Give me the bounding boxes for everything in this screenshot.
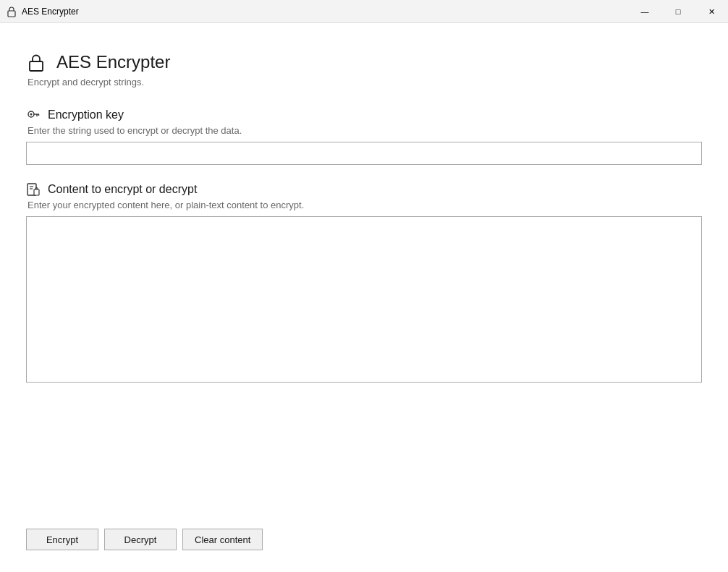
svg-rect-0 [8,11,15,17]
main-content: AES Encrypter Encrypt and decrypt string… [0,23,728,572]
svg-point-3 [30,114,33,116]
svg-rect-8 [34,189,39,195]
button-row: Encrypt Decrypt Clear content [26,529,702,550]
title-bar: AES Encrypter — □ ✕ [0,0,728,23]
title-bar-controls: — □ ✕ [628,0,728,22]
svg-rect-1 [30,61,43,71]
document-lock-icon [26,182,41,197]
close-button[interactable]: ✕ [695,0,728,23]
content-header: Content to encrypt or decrypt [26,182,702,197]
maximize-button[interactable]: □ [661,0,695,23]
content-textarea[interactable] [26,216,702,383]
app-title: AES Encrypter [56,52,170,72]
encryption-key-description: Enter the string used to encrypt or decr… [27,125,702,136]
app-subtitle: Encrypt and decrypt strings. [27,77,702,87]
app-lock-icon [26,52,46,72]
encryption-key-section: Encryption key Enter the string used to … [26,108,702,165]
content-section: Content to encrypt or decrypt Enter your… [26,182,702,503]
encryption-key-title: Encryption key [48,108,124,121]
title-bar-text: AES Encrypter [22,7,79,17]
app-title-icon [6,6,17,17]
key-icon [26,108,41,122]
encryption-key-header: Encryption key [26,108,702,122]
decrypt-button[interactable]: Decrypt [104,529,177,550]
encrypt-button[interactable]: Encrypt [26,529,98,550]
content-title: Content to encrypt or decrypt [48,183,197,196]
minimize-button[interactable]: — [628,0,661,23]
title-bar-left: AES Encrypter [6,6,79,17]
app-header: AES Encrypter [26,52,702,72]
clear-content-button[interactable]: Clear content [182,529,263,550]
encryption-key-input[interactable] [26,142,702,165]
content-description: Enter your encrypted content here, or pl… [27,200,702,210]
